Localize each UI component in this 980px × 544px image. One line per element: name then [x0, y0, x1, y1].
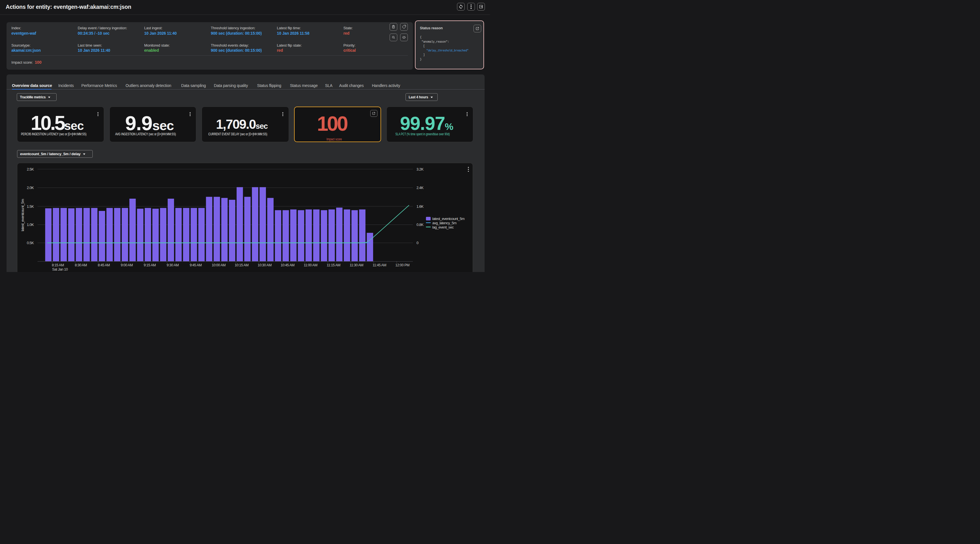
svg-text:11:15 AM: 11:15 AM: [327, 263, 340, 267]
svg-text:2.0K: 2.0K: [27, 186, 34, 190]
svg-text:latest_eventcount_5m: latest_eventcount_5m: [432, 217, 465, 221]
svg-text:2.5K: 2.5K: [27, 167, 34, 171]
svg-text:latest_eventcount_5m: latest_eventcount_5m: [21, 199, 25, 231]
svg-text:11:30 AM: 11:30 AM: [350, 263, 363, 267]
svg-text:1.5K: 1.5K: [27, 205, 34, 209]
svg-text:9:30 AM: 9:30 AM: [167, 263, 178, 267]
svg-text:0.5K: 0.5K: [27, 241, 34, 245]
svg-text:9:15 AM: 9:15 AM: [144, 263, 156, 267]
svg-text:10:45 AM: 10:45 AM: [281, 263, 294, 267]
svg-text:11:00 AM: 11:00 AM: [304, 263, 317, 267]
svg-text:avg_latency_5m: avg_latency_5m: [432, 221, 457, 225]
svg-text:10:00 AM: 10:00 AM: [212, 263, 226, 267]
svg-text:8:15 AM: 8:15 AM: [52, 263, 64, 267]
svg-text:10:15 AM: 10:15 AM: [235, 263, 248, 267]
svg-text:0: 0: [416, 241, 418, 245]
svg-text:1.0K: 1.0K: [27, 222, 34, 227]
svg-text:11:45 AM: 11:45 AM: [372, 263, 386, 267]
svg-text:Sat Jan 10: Sat Jan 10: [52, 268, 68, 271]
svg-text:8:45 AM: 8:45 AM: [98, 263, 110, 267]
svg-text:9:45 AM: 9:45 AM: [190, 263, 202, 267]
svg-text:1.6K: 1.6K: [416, 205, 423, 209]
svg-text:12:00 PM: 12:00 PM: [395, 263, 409, 267]
svg-text:0.8K: 0.8K: [416, 222, 423, 227]
svg-text:3.2K: 3.2K: [416, 167, 423, 171]
svg-text:8:30 AM: 8:30 AM: [75, 263, 87, 267]
svg-text:9:00 AM: 9:00 AM: [121, 263, 133, 267]
svg-text:lag_event_sec: lag_event_sec: [432, 225, 454, 229]
svg-text:10:30 AM: 10:30 AM: [258, 263, 272, 267]
svg-text:2.4K: 2.4K: [416, 186, 423, 190]
